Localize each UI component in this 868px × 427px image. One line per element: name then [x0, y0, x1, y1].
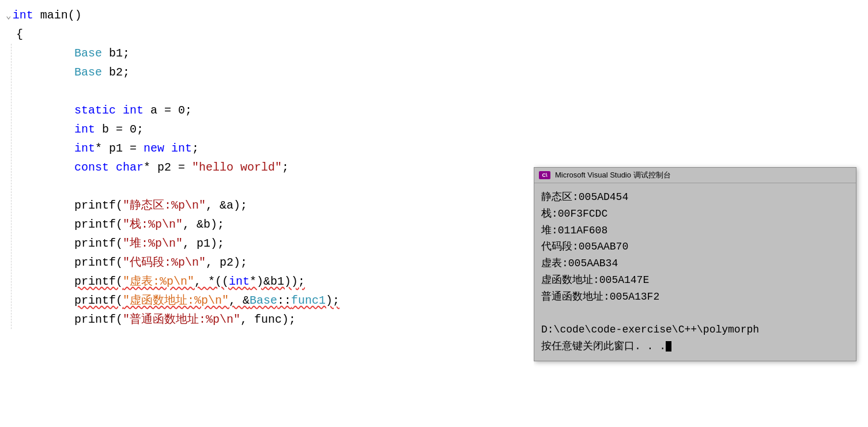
code-editor: ⌄ int main() { Base b1; Base b2; — [0, 0, 534, 427]
code-line-printf-p1: printf( "堆:%p\n" , p1); — [39, 234, 534, 253]
terminal-line-4: 代码段:005AAB70 — [541, 239, 849, 255]
terminal-body: 静态区:005AD454 栈:00F3FCDC 堆:011AF608 代码段:0… — [534, 183, 856, 361]
code-line-printf-a: printf( "静态区:%p\n" , &a); — [39, 196, 534, 215]
fold-arrow[interactable]: ⌄ — [6, 9, 12, 24]
code-line-base-b2: Base b2; — [39, 63, 534, 82]
code-line-printf-vtable: printf( "虚表:%p\n" , *(( int *)&b1)); — [39, 272, 534, 291]
code-line-base-b1: Base b1; — [39, 44, 534, 63]
terminal-cursor — [666, 341, 671, 352]
vs-icon: C\ — [539, 171, 550, 179]
code-line-int-b: int b = 0; — [39, 120, 534, 139]
code-line-fn-header: ⌄ int main() — [6, 6, 534, 25]
code-line-printf-b: printf( "栈:%p\n" , &b); — [39, 215, 534, 234]
terminal-line-7: 普通函数地址:005A13F2 — [541, 289, 849, 305]
code-line-static-a: static int a = 0; — [39, 101, 534, 120]
terminal-titlebar: C\ Microsoft Visual Studio 调试控制台 — [534, 168, 856, 183]
code-line-printf-p2: printf( "代码段:%p\n" , p2); — [39, 253, 534, 272]
terminal-line-empty — [541, 305, 849, 322]
code-line-printf-vfunc: printf( "虚函数地址:%p\n" , & Base :: func1 )… — [39, 291, 534, 310]
code-line-const-p2: const char * p2 = "hello world" ; — [39, 158, 534, 177]
terminal-line-5: 虚表:005AAB34 — [541, 255, 849, 272]
code-line-empty2 — [39, 177, 534, 196]
terminal-title: Microsoft Visual Studio 调试控制台 — [555, 170, 671, 180]
terminal-window: C\ Microsoft Visual Studio 调试控制台 静态区:005… — [534, 167, 856, 361]
code-line-int-p1: int * p1 = new int ; — [39, 139, 534, 158]
code-line-brace-open: { — [6, 25, 534, 44]
terminal-line-3: 堆:011AF608 — [541, 222, 849, 239]
terminal-line-path: D:\code\code-exercise\C++\polymorph — [541, 322, 849, 338]
terminal-line-6: 虚函数地址:005A147E — [541, 272, 849, 289]
terminal-line-2: 栈:00F3FCDC — [541, 206, 849, 222]
terminal-line-1: 静态区:005AD454 — [541, 189, 849, 206]
code-line-empty1 — [39, 82, 534, 101]
terminal-line-prompt: 按任意键关闭此窗口. . . — [541, 338, 849, 355]
code-line-printf-func: printf( "普通函数地址:%p\n" , func); — [39, 310, 534, 329]
